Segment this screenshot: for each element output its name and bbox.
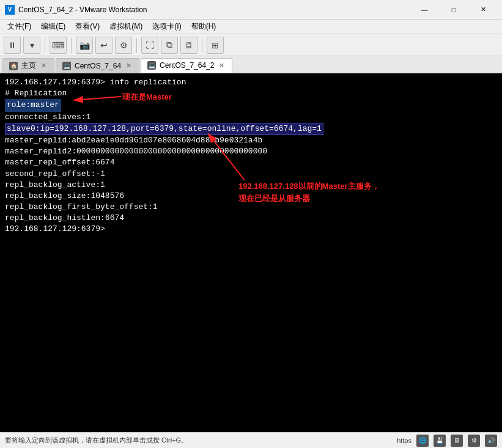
tab-home-close[interactable]: ✕ [40, 61, 48, 70]
send-ctrl-alt-del-button[interactable]: ⌨ [50, 37, 67, 54]
statusbar: 要将输入定向到该虚拟机，请在虚拟机内部单击或按 Ctrl+G。 https 🌐 … [0, 432, 502, 448]
settings-button[interactable]: ⚙ [115, 37, 132, 54]
status-right-area: https 🌐 💾 🖥 ⚙ 🔊 [397, 435, 497, 447]
vm-icon-1: 💾 [434, 435, 446, 447]
annotation-slave-note: 192.168.127.128以前的Master主服务，现在已经是从服务器 [238, 180, 380, 204]
vm-icon-2: 🖥 [451, 435, 463, 447]
tab-centos1-label: CentOS_7_64 [75, 62, 121, 70]
toolbar-separator-3 [136, 38, 137, 53]
menu-vm[interactable]: 虚拟机(M) [105, 20, 147, 33]
titlebar: V CentOS_7_64_2 - VMware Workstation — □… [0, 0, 502, 20]
tabbar: 🏠 主页 ✕ 💻 CentOS_7_64 ✕ 💻 CentOS_7_64_2 ✕ [0, 56, 502, 73]
app-icon: V [5, 5, 15, 15]
fullscreen-button[interactable]: ⛶ [141, 37, 158, 54]
menu-edit[interactable]: 编辑(E) [36, 20, 70, 33]
terminal-line-3: role:master [5, 99, 497, 111]
window-controls: — □ ✕ [410, 1, 497, 18]
menu-view[interactable]: 查看(V) [70, 20, 105, 33]
menubar: 文件(F) 编辑(E) 查看(V) 虚拟机(M) 选项卡(I) 帮助(H) [0, 20, 502, 34]
toolbar-separator-2 [71, 38, 72, 53]
window-title: CentOS_7_64_2 - VMware Workstation [18, 6, 410, 14]
centos2-tab-icon: 💻 [147, 61, 156, 70]
terminal-line-14: 192.168.127.129:6379> [5, 224, 497, 235]
extra-button[interactable]: ⊞ [207, 37, 224, 54]
tab-centos1[interactable]: 💻 CentOS_7_64 ✕ [56, 58, 139, 73]
close-button[interactable]: ✕ [469, 1, 497, 18]
centos1-tab-icon: 💻 [62, 62, 71, 70]
vm-screen[interactable]: 192.168.127.129:6379> info replication #… [0, 73, 502, 432]
network-icon: 🌐 [416, 435, 429, 447]
terminal-line-1: 192.168.127.129:6379> info replication [5, 77, 497, 88]
menu-file[interactable]: 文件(F) [2, 20, 36, 33]
toolbar-separator-1 [45, 38, 45, 53]
network-label: https [397, 437, 412, 444]
terminal-output: 192.168.127.129:6379> info replication #… [0, 73, 502, 239]
minimize-button[interactable]: — [410, 1, 438, 18]
toolbar-separator-4 [202, 38, 202, 53]
tab-home-label: 主页 [21, 61, 36, 71]
tab-centos2-close[interactable]: ✕ [218, 61, 226, 70]
terminal-line-8: master_repl_offset:6674 [5, 157, 497, 168]
terminal-line-4: connected_slaves:1 [5, 112, 497, 123]
terminal-line-7: master_replid2:0000000000000000000000000… [5, 146, 497, 157]
view-button[interactable]: 🖥 [180, 37, 197, 54]
home-tab-icon: 🏠 [9, 62, 18, 70]
maximize-button[interactable]: □ [440, 1, 468, 18]
menu-tabs[interactable]: 选项卡(I) [147, 20, 186, 33]
tab-home[interactable]: 🏠 主页 ✕ [2, 58, 54, 73]
terminal-line-13: repl_backlog_histlen:6674 [5, 213, 497, 224]
unity-button[interactable]: ⧉ [161, 37, 178, 54]
terminal-line-2: # Replication [5, 88, 497, 99]
toolbar: ⏸ ▾ ⌨ 📷 ↩ ⚙ ⛶ ⧉ 🖥 ⊞ [0, 34, 502, 56]
tab-centos2[interactable]: 💻 CentOS_7_64_2 ✕ [141, 58, 232, 73]
terminal-line-6: master_replid:abd2eae1e0dd961d07e8068604… [5, 135, 497, 146]
terminal-line-5: slave0:ip=192.168.127.128,port=6379,stat… [5, 123, 497, 135]
terminal-line-9: second_repl_offset:-1 [5, 169, 497, 180]
snapshot-button[interactable]: 📷 [76, 37, 93, 54]
vm-icon-4: 🔊 [485, 435, 497, 447]
status-hint: 要将输入定向到该虚拟机，请在虚拟机内部单击或按 Ctrl+G。 [5, 436, 188, 445]
menu-help[interactable]: 帮助(H) [186, 20, 221, 33]
revert-button[interactable]: ↩ [95, 37, 113, 54]
pause-button[interactable]: ⏸ [4, 37, 21, 54]
annotation-master: 现在是Master [122, 92, 172, 103]
tab-centos1-close[interactable]: ✕ [125, 61, 133, 70]
vm-icon-3: ⚙ [468, 435, 480, 447]
tab-centos2-label: CentOS_7_64_2 [160, 61, 214, 70]
toolbar-dropdown[interactable]: ▾ [23, 37, 40, 54]
